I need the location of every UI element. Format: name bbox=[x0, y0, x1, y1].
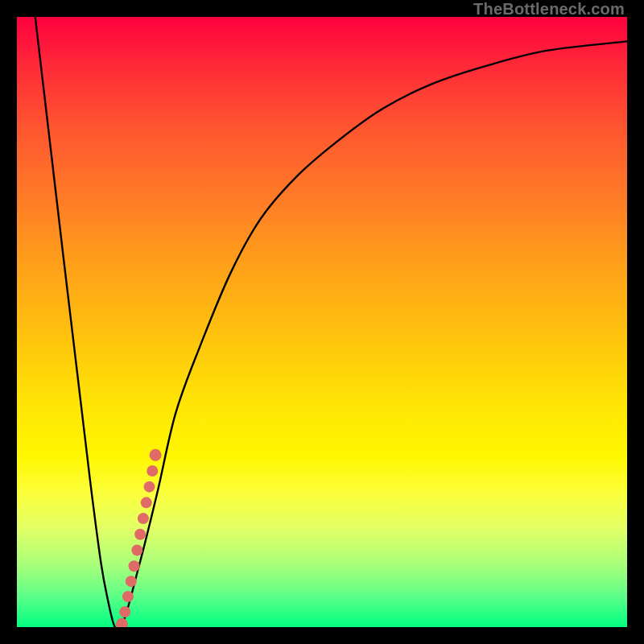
highlight-dot bbox=[147, 465, 158, 477]
highlight-dot bbox=[116, 618, 128, 627]
chart-svg bbox=[17, 17, 627, 627]
bottleneck-curve-line bbox=[35, 17, 627, 627]
highlight-dot bbox=[143, 481, 155, 493]
highlight-dot bbox=[134, 529, 146, 540]
highlight-dot bbox=[150, 449, 162, 461]
chart-plot-area bbox=[17, 17, 627, 627]
highlight-dot bbox=[126, 576, 137, 587]
highlight-dot bbox=[138, 513, 149, 524]
highlight-dot bbox=[131, 544, 142, 555]
chart-frame: TheBottleneck.com bbox=[0, 0, 644, 644]
watermark-text: TheBottleneck.com bbox=[473, 0, 625, 19]
highlight-dot bbox=[119, 606, 130, 617]
highlight-dot bbox=[141, 497, 152, 508]
highlight-dots-group bbox=[116, 449, 162, 627]
highlight-dot bbox=[122, 591, 134, 602]
highlight-dot bbox=[129, 560, 140, 572]
